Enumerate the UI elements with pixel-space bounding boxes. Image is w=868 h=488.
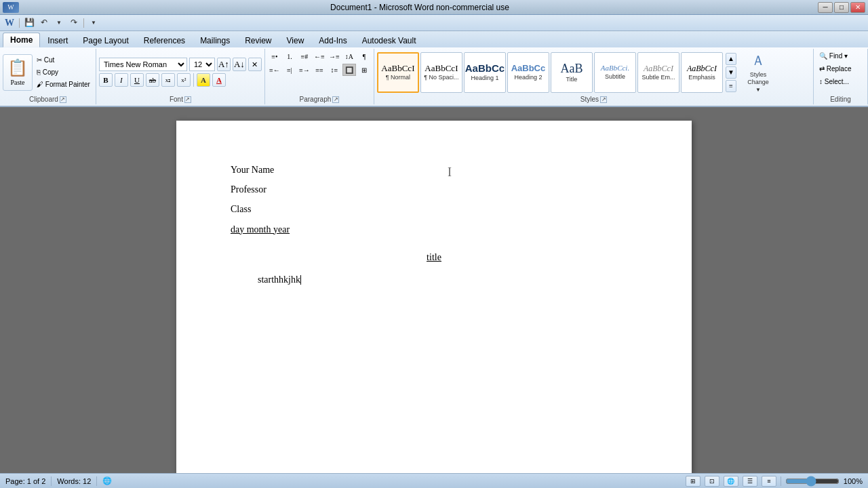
clear-format-button[interactable]: ✕ [248,58,262,71]
style-emphasis[interactable]: AaBbCcI Emphasis [681,52,723,93]
tab-view[interactable]: View [279,33,312,47]
clipboard-expand-button[interactable]: ↗ [60,96,66,103]
qa-sep2 [83,18,84,28]
paragraph-expand-button[interactable]: ↗ [332,96,339,103]
underline-button[interactable]: U [130,73,144,87]
doc-line-date: day month year [231,221,637,238]
style-no-spacing[interactable]: AaBbCcI ¶ No Spaci... [420,52,462,93]
paragraph-label: Paragraph ↗ [268,94,371,103]
paste-label: Paste [10,79,24,86]
find-button[interactable]: 🔍 Find ▾ [816,50,850,61]
numbering-button[interactable]: 1. [283,50,296,62]
font-group-content: Times New Roman 12 A↑ A↓ ✕ B I U ab x₂ x… [99,50,262,94]
doc-line-body: starthhkjhk [258,271,637,288]
ribbon-tabs: Home Insert Page Layout References Maili… [0,31,868,47]
paste-button[interactable]: 📋 Paste [3,54,33,91]
font-size-select[interactable]: 12 [189,58,215,71]
close-button[interactable]: ✕ [850,2,865,13]
change-styles-button[interactable]: Ａ StylesChange ▼ [738,52,778,93]
styles-more-button[interactable]: ≡ [726,80,736,92]
minimize-button[interactable]: ─ [818,2,833,13]
sort-button[interactable]: ↕A [342,50,356,62]
cut-button[interactable]: ✂ Cut [34,55,93,66]
decrease-indent-button[interactable]: ←≡ [313,50,326,62]
doc-title-text: title [427,252,441,262]
tab-mailings[interactable]: Mailings [193,33,237,47]
style-normal[interactable]: AaBbCcI ¶ Normal [377,52,419,93]
zoom-slider[interactable] [785,477,840,485]
paste-icon: 📋 [7,58,28,77]
doc-line-class: Class [231,201,637,218]
font-expand-button[interactable]: ↗ [184,96,191,103]
shrink-font-button[interactable]: A↓ [233,58,246,71]
tab-page-layout[interactable]: Page Layout [75,33,136,47]
styles-scroll-up-button[interactable]: ▲ [726,53,736,65]
redo-quick-button[interactable]: ↷ [67,17,81,29]
show-formatting-button[interactable]: ¶ [357,50,371,62]
draft-view-button[interactable]: ≡ [762,476,776,487]
subscript-button[interactable]: x₂ [161,73,175,87]
style-subtle-em[interactable]: AaBbCcI Subtle Em... [637,52,679,93]
tab-review[interactable]: Review [237,33,279,47]
multilevel-button[interactable]: ≡# [298,50,311,62]
lang-button[interactable]: 🌐 [102,476,112,485]
save-quick-button[interactable]: 💾 [22,17,36,29]
undo-dropdown-button[interactable]: ▼ [52,17,66,29]
style-heading1[interactable]: AaBbCc Heading 1 [464,52,506,93]
italic-button[interactable]: I [115,73,128,87]
grow-font-button[interactable]: A↑ [217,58,231,71]
style-no-spacing-preview: AaBbCcI [425,64,458,73]
font-name-select[interactable]: Times New Roman [99,58,187,71]
copy-button[interactable]: ⎘ Copy [34,67,93,78]
align-left-button[interactable]: ≡← [268,64,281,76]
justify-button[interactable]: ≡≡ [313,64,326,76]
tab-autodesk[interactable]: Autodesk Vault [355,33,424,47]
style-heading2-preview: AaBbCc [511,64,546,73]
print-layout-view-button[interactable]: ⊞ [686,476,701,487]
style-subtitle[interactable]: AaBbCci. Subtitle [594,52,636,93]
page-info: Page: 1 of 2 [5,477,45,485]
align-center-button[interactable]: ≡| [283,64,296,76]
style-title[interactable]: AaB Title [551,52,593,93]
tab-references[interactable]: References [136,33,193,47]
styles-group-content: AaBbCcI ¶ Normal AaBbCcI ¶ No Spaci... A… [377,50,810,94]
document-page[interactable]: I Your Name Professor Class day month ye… [176,121,692,473]
undo-quick-button[interactable]: ↶ [37,17,51,29]
bold-button[interactable]: B [99,73,113,87]
font-color-button[interactable]: A [212,73,226,87]
align-right-button[interactable]: ≡→ [298,64,311,76]
editing-group-content: 🔍 Find ▾ ⇄ Replace ↕ Select... [816,50,865,94]
highlight-button[interactable]: A [197,73,210,87]
customize-quick-access-button[interactable]: ▼ [87,17,100,29]
select-button[interactable]: ↕ Select... [816,76,852,87]
increase-indent-button[interactable]: →≡ [328,50,341,62]
format-painter-button[interactable]: 🖌 Format Painter [34,79,93,90]
tab-addins[interactable]: Add-Ins [311,33,354,47]
borders-button[interactable]: ⊞ [357,64,371,76]
style-subtle-em-label: Subtle Em... [642,74,675,81]
title-bar: W Document1 - Microsoft Word non-commerc… [0,0,868,15]
ribbon-group-clipboard: 📋 Paste ✂ Cut ⎘ Copy 🖌 Format Painter Cl… [0,49,96,104]
styles-scroll-down-button[interactable]: ▼ [726,66,736,79]
shading-button[interactable]: 🔲 [342,64,356,76]
app-icon: W [3,2,19,13]
tab-insert[interactable]: Insert [40,33,75,47]
style-heading2[interactable]: AaBbCc Heading 2 [507,52,549,93]
line-spacing-button[interactable]: ↕≡ [328,64,341,76]
outline-view-button[interactable]: ☰ [743,476,757,487]
replace-button[interactable]: ⇄ Replace [816,63,854,74]
style-title-label: Title [566,76,578,83]
strikethrough-button[interactable]: ab [146,73,159,87]
full-screen-view-button[interactable]: ⊡ [705,476,719,487]
status-right-controls: ⊞ ⊡ 🌐 ☰ ≡ 100% [686,476,863,487]
style-heading1-label: Heading 1 [471,75,498,81]
change-styles-icon: Ａ [751,52,765,70]
bullets-button[interactable]: ≡• [268,50,281,62]
maximize-button[interactable]: □ [834,2,849,13]
styles-expand-button[interactable]: ↗ [600,96,607,103]
tab-home[interactable]: Home [3,33,40,47]
superscript-button[interactable]: x² [177,73,191,87]
cursor-indicator: I [448,161,452,183]
web-layout-view-button[interactable]: 🌐 [724,476,738,487]
doc-professor-text: Professor [231,184,267,195]
